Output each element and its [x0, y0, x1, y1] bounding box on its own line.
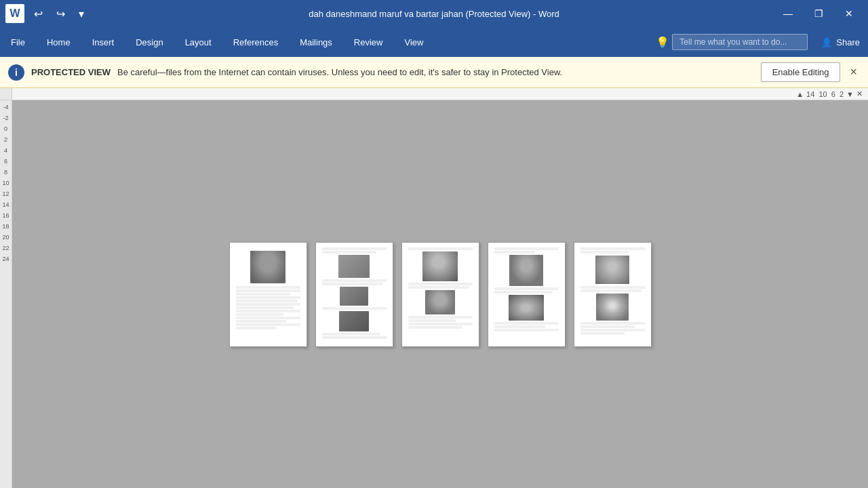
page2-text-top-1 — [322, 247, 387, 250]
ruler-values: 14 10 6 2 — [806, 90, 844, 98]
page3-text-top — [408, 247, 473, 250]
page-thumbnail-2 — [315, 242, 393, 347]
document-canvas — [12, 100, 868, 488]
page-thumbnail-4 — [488, 242, 566, 347]
tab-review[interactable]: Review — [343, 27, 394, 57]
page-thumbnail-5 — [574, 242, 652, 347]
page5-text-bot-2 — [580, 325, 635, 328]
page3-text-bot-4 — [408, 326, 463, 329]
page-3-content — [402, 243, 479, 346]
page3-text-mid-2 — [408, 286, 470, 289]
page4-image-2 — [509, 295, 544, 321]
protected-view-icon: i — [8, 64, 24, 81]
word-logo: W — [5, 4, 24, 23]
close-protected-bar-button[interactable]: × — [847, 65, 860, 79]
page-2-content — [316, 243, 393, 346]
title-bar-left: W ↩ ↪ ▾ — [5, 4, 88, 23]
ruler-corner — [0, 88, 12, 100]
page1-text-6 — [236, 303, 300, 306]
page4-text-mid-2 — [494, 291, 553, 293]
page1-text-11 — [236, 320, 288, 323]
tab-view[interactable]: View — [393, 27, 434, 57]
page3-text-bot-2 — [408, 319, 456, 322]
undo-button[interactable]: ↩ — [30, 5, 47, 23]
page2-text-mid-1 — [322, 279, 387, 282]
page4-image-1 — [509, 255, 543, 286]
page1-text-8 — [236, 310, 300, 312]
vertical-ruler: -4 -2 0 2 4 6 8 10 12 14 16 18 20 22 24 — [0, 100, 12, 488]
ruler-row: ▲ 14 10 6 2 ▼ ✕ — [0, 88, 868, 100]
page1-text-1 — [236, 286, 300, 289]
tab-design[interactable]: Design — [125, 27, 174, 57]
customize-qat-button[interactable]: ▾ — [75, 5, 88, 23]
page2-image-2 — [340, 287, 368, 306]
page-4-content — [488, 243, 565, 346]
ribbon-search-area: 💡 — [656, 27, 808, 57]
share-button[interactable]: 👤 Share — [813, 27, 868, 57]
ruler-arrow-up: ▲ — [796, 90, 804, 98]
search-input[interactable] — [672, 34, 808, 50]
page4-text-bot-1 — [494, 322, 559, 325]
window-controls: — ❐ ✕ — [774, 4, 863, 23]
protected-view-label: PROTECTED VIEW — [31, 67, 111, 77]
person-icon: 👤 — [821, 37, 832, 47]
tab-references[interactable]: References — [222, 27, 289, 57]
page4-text-bot-2 — [494, 325, 546, 328]
page1-text-9 — [236, 313, 284, 316]
page4-text-mid-1 — [494, 287, 559, 290]
page2-text-bot-2 — [322, 333, 380, 336]
page2-image-1 — [338, 255, 370, 278]
page4-text-top-1 — [494, 247, 559, 250]
page5-text-mid-2 — [580, 289, 642, 292]
ruler-arrow-down: ▼ — [846, 90, 854, 98]
title-bar: W ↩ ↪ ▾ dah daneshmand maruf va bartar j… — [0, 0, 868, 27]
page5-text-bot-4 — [580, 332, 625, 335]
page1-text-2 — [236, 289, 300, 292]
page3-text-mid-1 — [408, 283, 473, 285]
ruler-x: ✕ — [856, 89, 863, 98]
ribbon: File Home Insert Design Layout Reference… — [0, 27, 868, 57]
page1-text-4 — [236, 296, 300, 299]
page5-text-top-2 — [580, 251, 629, 253]
page5-text-mid-1 — [580, 286, 645, 289]
page3-text-bot-3 — [408, 323, 473, 325]
page1-text-13 — [236, 327, 277, 329]
page1-text-12 — [236, 323, 300, 326]
page-thumbnail-3 — [401, 242, 479, 347]
page1-text-10 — [236, 317, 300, 319]
page1-text-3 — [236, 293, 291, 296]
page2-image-3 — [339, 311, 369, 331]
redo-button[interactable]: ↪ — [52, 5, 69, 23]
page2-text-mid-2 — [322, 283, 384, 285]
page-1-content — [230, 243, 307, 346]
tab-file[interactable]: File — [0, 27, 36, 57]
document-title: dah daneshmand maruf va bartar jahan (Pr… — [309, 9, 559, 19]
tab-layout[interactable]: Layout — [174, 27, 222, 57]
page5-text-bot-1 — [580, 322, 645, 325]
page1-text-7 — [236, 306, 294, 309]
page5-text-bot-3 — [580, 329, 645, 331]
minimize-button[interactable]: — — [774, 4, 802, 23]
restore-button[interactable]: ❐ — [805, 4, 833, 23]
enable-editing-button[interactable]: Enable Editing — [761, 62, 841, 82]
page2-text-top-2 — [322, 251, 377, 253]
protected-view-message: Be careful—files from the Internet can c… — [117, 67, 754, 77]
page3-image-1 — [422, 251, 458, 281]
page3-image-2 — [425, 290, 455, 314]
main-area: -4 -2 0 2 4 6 8 10 12 14 16 18 20 22 24 — [0, 100, 868, 488]
protected-view-bar: i PROTECTED VIEW Be careful—files from t… — [0, 57, 868, 88]
page3-text-bot-1 — [408, 316, 473, 319]
horizontal-ruler: ▲ 14 10 6 2 ▼ ✕ — [12, 88, 868, 100]
tab-mailings[interactable]: Mailings — [289, 27, 343, 57]
close-button[interactable]: ✕ — [835, 4, 863, 23]
tab-insert[interactable]: Insert — [81, 27, 125, 57]
page2-text-bot-3 — [322, 336, 387, 339]
page2-text-bot-1 — [322, 307, 387, 310]
page4-text-top-2 — [494, 251, 536, 253]
page1-text-5 — [236, 300, 298, 302]
page-thumbnail-1 — [229, 242, 307, 347]
tab-home[interactable]: Home — [36, 27, 81, 57]
page4-text-bot-3 — [494, 329, 559, 331]
page5-text-top-1 — [580, 247, 645, 250]
page1-portrait-image — [250, 251, 285, 283]
